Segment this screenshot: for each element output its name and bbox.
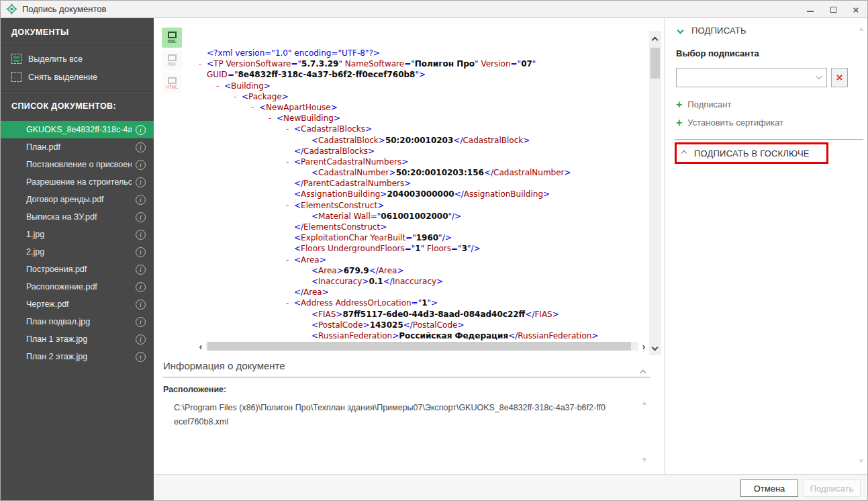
document-list-item[interactable]: 2.jpgi [1, 243, 154, 261]
sign-section-header[interactable]: ПОДПИСАТЬ [678, 26, 746, 36]
xml-name: Floors UndergroundFloors [301, 244, 405, 253]
info-scroll-down-icon[interactable]: ▼ [641, 456, 648, 463]
cancel-button[interactable]: Отмена [740, 480, 798, 497]
goskey-section-header[interactable]: ПОДПИСАТЬ В ГОСКЛЮЧЕ [694, 148, 810, 158]
collapse-info-button[interactable] [641, 365, 645, 377]
info-scroll-up-icon[interactable]: ▲ [641, 399, 648, 406]
info-icon[interactable]: i [136, 212, 146, 222]
xml-viewer: <?xml version="1.0" encoding="UTF-8"?>-<… [197, 48, 647, 342]
horizontal-scrollbar-track[interactable] [206, 342, 638, 351]
info-icon[interactable]: i [136, 177, 146, 187]
panel-scroll-up-icon[interactable]: ▲ [858, 25, 865, 32]
collapse-marker[interactable]: - [234, 91, 236, 102]
xml-name: Inaccuracy [318, 277, 362, 286]
sign-panel: ▲ ПОДПИСАТЬ Выбор подписанта × + Подписа… [664, 18, 868, 474]
info-icon[interactable]: i [136, 282, 146, 292]
xml-value: Российская Федерация [399, 331, 508, 340]
format-button-pdf[interactable]: PDF [162, 50, 182, 71]
vertical-scrollbar[interactable] [649, 31, 661, 355]
info-icon[interactable]: i [136, 317, 146, 327]
info-icon[interactable]: i [136, 352, 146, 362]
xml-markup: < [311, 331, 318, 340]
document-list-item[interactable]: План 1 этаж.jpgi [1, 330, 154, 348]
xml-markup: > [380, 189, 387, 199]
document-list-item[interactable]: Договор аренды.pdfi [1, 191, 154, 208]
horizontal-scrollbar[interactable]: ‹ › [195, 341, 649, 351]
document-list-item[interactable]: План.pdfi [1, 138, 154, 156]
info-icon[interactable]: i [136, 142, 146, 152]
minimize-button[interactable] [799, 1, 822, 18]
info-icon[interactable]: i [136, 230, 146, 240]
xml-markup: > [552, 310, 559, 319]
scroll-right-icon[interactable]: › [638, 341, 649, 351]
add-signer-link[interactable]: + Подписант [676, 99, 731, 109]
combobox-chevron-icon[interactable] [816, 74, 822, 79]
info-icon[interactable]: i [136, 125, 146, 135]
collapse-marker[interactable]: - [286, 255, 289, 265]
document-list-item[interactable]: Построения.pdfi [1, 261, 154, 278]
xml-markup: > [320, 255, 326, 265]
plus-icon: + [676, 118, 682, 128]
document-list-item[interactable]: Постановление о присвоенi [1, 156, 154, 173]
close-button[interactable]: × [845, 1, 867, 18]
info-icon[interactable]: i [136, 247, 146, 257]
info-icon[interactable]: i [136, 334, 146, 345]
collapse-marker[interactable]: - [286, 156, 289, 167]
xml-markup: " [475, 59, 481, 69]
signer-combobox[interactable] [676, 68, 827, 87]
collapse-marker[interactable]: - [216, 81, 219, 91]
horizontal-scrollbar-thumb[interactable] [207, 342, 631, 351]
collapse-marker[interactable]: - [286, 124, 289, 134]
sign-button[interactable]: Подписать [803, 480, 861, 497]
xml-markup: < [277, 113, 283, 123]
scroll-up-icon[interactable] [652, 37, 659, 44]
document-list-item[interactable]: План подвал.jpgi [1, 313, 154, 330]
install-certificate-link[interactable]: + Установить сертификат [676, 118, 783, 128]
xml-markup: </ [525, 310, 534, 319]
xml-markup: < [311, 212, 318, 221]
xml-name: FIAS [534, 310, 552, 319]
document-name: GKUOKS_8e4832ff-318c-4a37 [26, 125, 132, 134]
document-list-item[interactable]: План 2 этаж.jpgi [1, 348, 154, 365]
clear-signer-button[interactable]: × [831, 68, 848, 87]
xml-line: </CadastralBlocks> [197, 146, 647, 156]
document-list-item[interactable]: Расположение.pdfi [1, 278, 154, 295]
collapse-marker[interactable]: - [286, 200, 289, 211]
deselect-label: Снять выделение [28, 73, 97, 82]
info-icon[interactable]: i [136, 265, 146, 275]
document-name: 2.jpg [26, 247, 132, 257]
xml-line: <PostalCode>143025</PostalCode> [197, 320, 647, 330]
scroll-left-icon[interactable]: ‹ [195, 341, 206, 351]
deselect-all-button[interactable]: Снять выделение [1, 68, 154, 86]
maximize-button[interactable] [822, 1, 845, 18]
main-panel: XMLPDFHTML <?xml version="1.0" encoding=… [154, 18, 664, 474]
format-button-xml[interactable]: XML [162, 28, 182, 48]
document-list-item[interactable]: 1.jpgi [1, 226, 154, 243]
collapse-marker[interactable]: - [199, 58, 201, 69]
vertical-scrollbar-thumb[interactable] [650, 48, 660, 79]
info-icon[interactable]: i [136, 195, 146, 205]
collapse-marker[interactable]: - [286, 298, 289, 308]
document-list-item[interactable]: Выписка на ЗУ.pdfi [1, 208, 154, 226]
xml-markup: =" [228, 70, 238, 79]
xml-markup: </ [294, 146, 303, 156]
xml-value: 1 [422, 298, 427, 308]
sidebar-section-doc-list: СПИСОК ДОКУМЕНТОВ: [1, 92, 154, 119]
info-icon[interactable]: i [136, 160, 146, 170]
xml-markup: "/> [448, 212, 462, 221]
xml-markup: " [338, 59, 344, 69]
info-icon[interactable]: i [136, 300, 146, 310]
format-button-html[interactable]: HTML [162, 73, 182, 93]
xml-markup: < [242, 92, 248, 101]
xml-line: -<ParentCadastralNumbers> [197, 156, 647, 167]
document-list-item[interactable]: GKUOKS_8e4832ff-318c-4a37i [1, 121, 154, 138]
panel-scroll-down-icon[interactable]: ▼ [858, 457, 865, 465]
scroll-down-icon[interactable] [652, 345, 659, 351]
document-list-item[interactable]: Чертеж.pdfi [1, 295, 154, 313]
pdf-file-icon [168, 54, 177, 61]
document-list-item[interactable]: Разрешение на строительстi [1, 173, 154, 191]
select-all-button[interactable]: Выделить все [1, 50, 154, 68]
collapse-marker[interactable]: - [251, 102, 254, 113]
xml-markup: > [591, 331, 598, 340]
collapse-marker[interactable]: - [269, 113, 271, 124]
